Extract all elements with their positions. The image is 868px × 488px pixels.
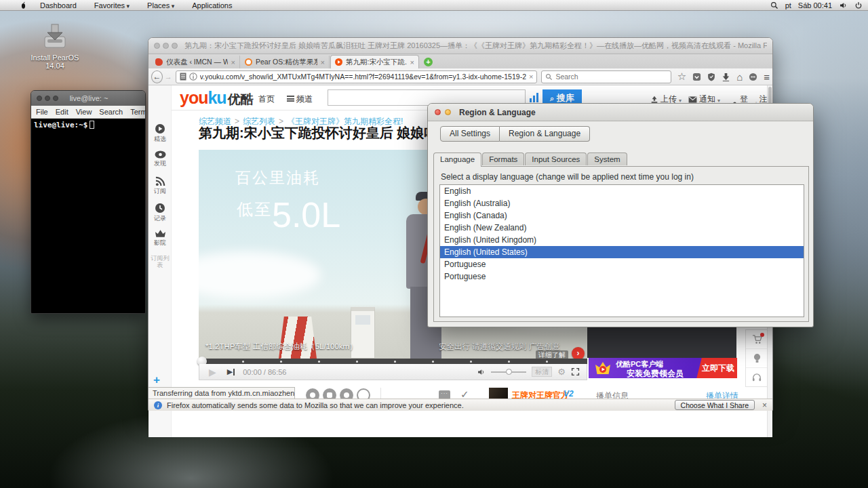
back-button[interactable] [151,70,163,83]
browser-tab-1[interactable]: 仪表盘 ‹ IMCN — Wor... [151,56,240,68]
minimize-icon[interactable] [445,109,451,115]
firefox-titlebar[interactable]: 第九期：宋小宝下跪投怀讨好皇后 娘娘啃苦瓜飙泪狂吐 王牌对王牌 20160325… [149,38,772,54]
terminal-menu-view[interactable]: View [76,108,92,116]
stop-icon[interactable] [529,73,533,81]
sidebar-item-subscription-list[interactable]: 订阅列表 [149,255,172,268]
menubar-dashboard[interactable]: Dashboard [40,1,77,9]
power-icon[interactable] [854,1,863,9]
terminal-window[interactable]: live@live: ~ File Edit View Search Termi… [31,90,146,314]
chat-icon[interactable] [749,73,757,81]
language-option[interactable]: Portuguese [440,258,804,270]
progress-bar[interactable] [199,359,587,364]
youku-sidebar: 精选 发现 订阅 记录 影院 订 [149,85,172,437]
tab-system[interactable]: System [587,152,627,165]
terminal-content[interactable]: live@live:~$ [31,119,145,314]
fullscreen-icon[interactable] [571,367,580,376]
close-icon[interactable] [154,43,160,49]
youku-logo[interactable]: youku优酷 [180,88,254,108]
choose-what-i-share-button[interactable]: Choose What I Share [675,400,755,410]
desktop-icon-install-pearos[interactable]: Install PearOS 14.04 [23,23,87,70]
volume-knob[interactable] [506,369,512,375]
notification-text: Firefox automatically sends some data to… [167,401,670,409]
quality-button[interactable]: 标清 [532,367,552,377]
terminal-menu-search[interactable]: Search [99,108,123,116]
tab-formats[interactable]: Formats [482,152,524,165]
region-language-dialog[interactable]: Region & Language All Settings Region & … [427,103,814,327]
imcn-favicon-icon [155,58,163,66]
support-button[interactable] [746,368,768,387]
volume-icon[interactable] [839,1,848,9]
youku-nav-home[interactable]: 首页 [258,94,275,105]
tab-close-icon[interactable] [410,58,414,66]
menubar-places[interactable]: Places [147,1,174,9]
ad-arrow-button[interactable] [572,347,585,359]
youku-nav-channels[interactable]: 频道 [287,94,313,105]
bookmark-star-icon[interactable]: ☆ [677,70,686,83]
next-button[interactable] [227,367,235,376]
site-identity-info-icon[interactable] [189,73,197,81]
search-bar[interactable] [541,70,671,83]
menubar-applications[interactable]: Applications [192,1,232,9]
maximize-icon[interactable] [172,43,178,49]
terminal-menu-file[interactable]: File [36,108,48,116]
tab-close-icon[interactable] [321,58,325,66]
language-option[interactable]: English (Canada) [440,209,804,222]
menu-icon[interactable]: ≡ [764,71,770,83]
sidebar-item-cinema[interactable]: 影院 [149,229,172,247]
language-option[interactable]: English (United States) [440,246,804,258]
url-text[interactable]: v.youku.com/v_show/id_XMTUxMTg4MTIyNA==.… [200,73,526,81]
client-promo-banner[interactable]: 优酷PC客户端 安装免费领会员 立即下载 [589,358,737,378]
sidebar-item-subscribe[interactable]: 订阅 [149,176,172,196]
downloads-icon[interactable] [722,73,730,81]
terminal-titlebar[interactable]: live@live: ~ [31,91,145,106]
settings-gear-icon[interactable] [557,367,566,377]
language-option[interactable]: English (New Zealand) [440,222,804,234]
youku-favicon-icon [335,58,342,66]
volume-icon[interactable] [477,368,486,376]
browser-tab-2[interactable]: Pear OS:精仿苹果系... [241,56,330,68]
close-icon[interactable] [435,109,441,115]
headset-icon [752,373,762,382]
cart-button[interactable] [746,330,768,349]
tab-input-sources[interactable]: Input Sources [525,152,587,165]
sidebar-item-featured[interactable]: 精选 [149,123,172,144]
feedback-button[interactable] [746,349,768,368]
language-option[interactable]: English (United Kingdom) [440,234,804,246]
crown-icon [155,229,166,238]
region-language-button[interactable]: Region & Language [500,126,590,142]
trending-chart-icon[interactable] [530,93,538,102]
all-settings-button[interactable]: All Settings [440,126,500,142]
sidebar-item-discover[interactable]: 发现 [149,150,172,168]
browser-tab-3-active[interactable]: 第九期:宋小宝下跪... [330,55,419,68]
shield-icon[interactable] [707,73,715,81]
search-icon[interactable] [770,1,778,9]
pear-logo-icon[interactable] [19,1,28,10]
home-icon[interactable]: ⌂ [736,71,743,83]
close-icon[interactable] [762,401,767,410]
language-option[interactable]: Portuguese [440,270,804,283]
tab-language[interactable]: Language [433,152,481,167]
minimize-icon[interactable] [163,43,169,49]
play-button[interactable] [209,367,216,378]
menubar-favorites[interactable]: Favorites [94,1,130,9]
url-bar[interactable]: v.youku.com/v_show/id_XMTUxMTg4MTIyNA==.… [176,70,538,83]
tab-close-icon[interactable] [231,58,235,66]
volume-slider[interactable] [491,371,526,373]
ad-more-link[interactable]: 详细了解 [536,350,568,359]
new-tab-button[interactable] [424,58,433,66]
dialog-titlebar[interactable]: Region & Language [428,104,813,121]
terminal-title: live@live: ~ [38,94,140,102]
terminal-menu-edit[interactable]: Edit [56,108,68,116]
sidebar-item-history[interactable]: 记录 [149,203,172,223]
sidebar-add-button[interactable] [153,373,160,387]
pocket-icon[interactable] [692,73,701,81]
banner-download-button[interactable]: 立即下载 [702,363,734,374]
terminal-menu-terminal[interactable]: Terminal [130,108,146,116]
clock[interactable]: Sáb 00:41 [798,1,832,9]
time-display: 00:00 / 86:56 [243,368,286,376]
forward-button[interactable] [165,73,172,81]
language-option[interactable]: English [440,185,804,197]
language-option[interactable]: English (Australia) [440,197,804,209]
search-input[interactable] [555,73,667,81]
keyboard-layout-indicator[interactable]: pt [785,1,791,9]
